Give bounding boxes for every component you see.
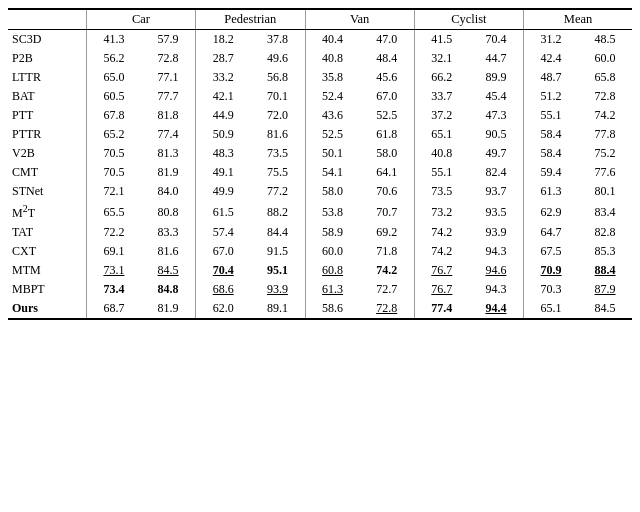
car1-value: 73.4 xyxy=(86,280,141,299)
mean1-value: 48.7 xyxy=(524,68,579,87)
method-header xyxy=(8,9,86,30)
ped2-value: 88.2 xyxy=(250,201,305,223)
car2-value: 84.0 xyxy=(141,182,196,201)
cyc1-value: 32.1 xyxy=(414,49,469,68)
cyc1-value: 77.4 xyxy=(414,299,469,319)
table-row: SC3D41.357.918.237.840.447.041.570.431.2… xyxy=(8,30,632,50)
cyc1-value: 73.5 xyxy=(414,182,469,201)
cyc1-value: 37.2 xyxy=(414,106,469,125)
table-row: CXT69.181.667.091.560.071.874.294.367.58… xyxy=(8,242,632,261)
method-name: BAT xyxy=(8,87,86,106)
ped1-value: 42.1 xyxy=(196,87,251,106)
van1-value: 60.8 xyxy=(305,261,360,280)
car2-value: 72.8 xyxy=(141,49,196,68)
cyc2-value: 94.4 xyxy=(469,299,524,319)
cyc1-value: 65.1 xyxy=(414,125,469,144)
ped1-value: 44.9 xyxy=(196,106,251,125)
cyc2-value: 94.3 xyxy=(469,280,524,299)
method-name: PTTR xyxy=(8,125,86,144)
car2-value: 83.3 xyxy=(141,223,196,242)
ped1-value: 28.7 xyxy=(196,49,251,68)
car1-value: 70.5 xyxy=(86,163,141,182)
mean1-value: 31.2 xyxy=(524,30,579,50)
cyc2-value: 44.7 xyxy=(469,49,524,68)
van1-value: 61.3 xyxy=(305,280,360,299)
cyc2-value: 89.9 xyxy=(469,68,524,87)
ped2-value: 73.5 xyxy=(250,144,305,163)
cyc1-value: 55.1 xyxy=(414,163,469,182)
table-row: CMT70.581.949.175.554.164.155.182.459.47… xyxy=(8,163,632,182)
header-row: Car Pedestrian Van Cyclist Mean xyxy=(8,9,632,30)
car1-value: 72.1 xyxy=(86,182,141,201)
mean2-value: 72.8 xyxy=(578,87,632,106)
van2-value: 72.8 xyxy=(360,299,415,319)
ped1-value: 48.3 xyxy=(196,144,251,163)
results-table: Car Pedestrian Van Cyclist Mean SC3D41.3… xyxy=(8,8,632,320)
car2-value: 84.5 xyxy=(141,261,196,280)
car1-value: 68.7 xyxy=(86,299,141,319)
van1-value: 58.9 xyxy=(305,223,360,242)
ped2-value: 81.6 xyxy=(250,125,305,144)
ped1-value: 49.1 xyxy=(196,163,251,182)
cyc1-value: 66.2 xyxy=(414,68,469,87)
table-row: Ours68.781.962.089.158.672.877.494.465.1… xyxy=(8,299,632,319)
car1-value: 65.2 xyxy=(86,125,141,144)
cyc2-value: 94.3 xyxy=(469,242,524,261)
pedestrian-header: Pedestrian xyxy=(196,9,305,30)
mean2-value: 65.8 xyxy=(578,68,632,87)
mean2-value: 84.5 xyxy=(578,299,632,319)
van1-value: 58.0 xyxy=(305,182,360,201)
method-name: V2B xyxy=(8,144,86,163)
method-name: MTM xyxy=(8,261,86,280)
mean2-value: 77.6 xyxy=(578,163,632,182)
car2-value: 84.8 xyxy=(141,280,196,299)
ped1-value: 18.2 xyxy=(196,30,251,50)
van1-value: 40.4 xyxy=(305,30,360,50)
mean1-value: 64.7 xyxy=(524,223,579,242)
cyc1-value: 74.2 xyxy=(414,242,469,261)
ped2-value: 91.5 xyxy=(250,242,305,261)
van2-value: 58.0 xyxy=(360,144,415,163)
table-row: PTTR65.277.450.981.652.561.865.190.558.4… xyxy=(8,125,632,144)
van1-value: 58.6 xyxy=(305,299,360,319)
mean2-value: 80.1 xyxy=(578,182,632,201)
ped1-value: 61.5 xyxy=(196,201,251,223)
van2-value: 70.6 xyxy=(360,182,415,201)
cyc2-value: 82.4 xyxy=(469,163,524,182)
cyc2-value: 93.5 xyxy=(469,201,524,223)
car2-value: 81.9 xyxy=(141,163,196,182)
method-name: TAT xyxy=(8,223,86,242)
van2-value: 64.1 xyxy=(360,163,415,182)
van2-value: 45.6 xyxy=(360,68,415,87)
mean2-value: 77.8 xyxy=(578,125,632,144)
van2-value: 48.4 xyxy=(360,49,415,68)
cyc2-value: 47.3 xyxy=(469,106,524,125)
ped2-value: 70.1 xyxy=(250,87,305,106)
mean2-value: 48.5 xyxy=(578,30,632,50)
cyc1-value: 73.2 xyxy=(414,201,469,223)
van1-value: 54.1 xyxy=(305,163,360,182)
mean1-value: 58.4 xyxy=(524,125,579,144)
cyc1-value: 74.2 xyxy=(414,223,469,242)
method-name: SC3D xyxy=(8,30,86,50)
cyc1-value: 41.5 xyxy=(414,30,469,50)
ped2-value: 93.9 xyxy=(250,280,305,299)
car2-value: 81.8 xyxy=(141,106,196,125)
ped2-value: 84.4 xyxy=(250,223,305,242)
cyc2-value: 94.6 xyxy=(469,261,524,280)
mean1-value: 62.9 xyxy=(524,201,579,223)
car2-value: 77.1 xyxy=(141,68,196,87)
mean2-value: 87.9 xyxy=(578,280,632,299)
ped1-value: 67.0 xyxy=(196,242,251,261)
method-name: CMT xyxy=(8,163,86,182)
van2-value: 69.2 xyxy=(360,223,415,242)
car1-value: 69.1 xyxy=(86,242,141,261)
mean1-value: 61.3 xyxy=(524,182,579,201)
car1-value: 60.5 xyxy=(86,87,141,106)
car2-value: 77.7 xyxy=(141,87,196,106)
van2-value: 67.0 xyxy=(360,87,415,106)
table-row: MTM73.184.570.495.160.874.276.794.670.98… xyxy=(8,261,632,280)
van2-value: 52.5 xyxy=(360,106,415,125)
van1-value: 53.8 xyxy=(305,201,360,223)
mean2-value: 82.8 xyxy=(578,223,632,242)
